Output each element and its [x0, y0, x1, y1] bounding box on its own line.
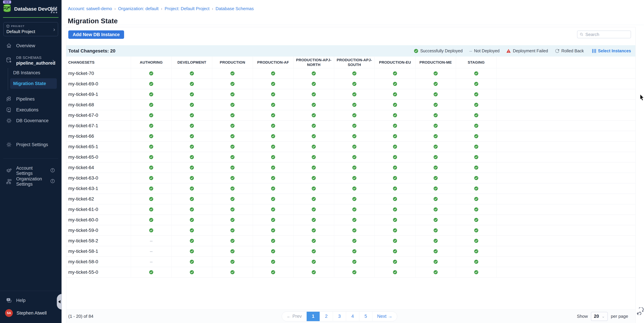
deployed-check-icon	[352, 197, 356, 201]
status-cell	[253, 257, 293, 267]
sidebar-collapse-handle[interactable]	[57, 294, 62, 309]
breadcrumb-database-schemas[interactable]: Database Schemas	[216, 6, 254, 11]
user-menu[interactable]: SA Stephen Atwell	[0, 307, 62, 319]
legend-deployment-failed: Deployment Failed	[506, 49, 548, 53]
sidebar-item-label: Organization Settings	[16, 176, 46, 187]
deployed-check-icon	[393, 207, 397, 212]
status-cell	[253, 68, 293, 79]
sidebar-item-organization-settings[interactable]: Organization Settings	[0, 176, 62, 187]
deployed-check-icon	[312, 103, 316, 107]
deployed-check-icon	[271, 165, 275, 170]
status-cell	[334, 163, 374, 173]
deployed-check-icon	[393, 155, 397, 159]
status-cell	[456, 163, 496, 173]
breadcrumb-account[interactable]: Account: satwell-demo	[68, 6, 112, 11]
add-db-instance-button[interactable]: Add New DB Instance	[68, 30, 124, 39]
status-cell	[253, 100, 293, 110]
changeset-name: my-ticket-67-1	[66, 121, 131, 131]
deployed-check-icon	[474, 103, 478, 107]
deployed-check-icon	[190, 176, 194, 180]
sidebar-item-db-instances[interactable]: DB Instances	[8, 68, 62, 78]
deployed-check-icon	[312, 176, 316, 180]
deployed-check-icon	[190, 259, 194, 264]
deployed-check-icon	[474, 186, 478, 191]
status-cell	[212, 110, 253, 120]
breadcrumb-project[interactable]: Project: Default Project	[165, 6, 210, 11]
deployed-check-icon	[271, 249, 275, 253]
sidebar-item-db-schemas[interactable]: DB SCHEMAS pipeline_authored ›	[0, 53, 62, 68]
deployed-check-icon	[271, 92, 275, 97]
support-chat-icon[interactable]	[636, 307, 644, 315]
sidebar: NEW Database DevOps PROJECT Default Proj…	[0, 0, 62, 323]
table-row: my-ticket-65-0	[66, 152, 636, 163]
prev-page-button[interactable]: ← Prev	[282, 312, 306, 321]
chevron-right-icon: ›	[53, 26, 55, 33]
sidebar-item-db-governance[interactable]: DB Governance	[0, 115, 62, 126]
next-page-button[interactable]: Next →	[372, 312, 397, 321]
status-cell	[212, 267, 253, 277]
deployed-check-icon	[312, 134, 316, 138]
status-cell	[172, 68, 212, 79]
page-button-2[interactable]: 2	[320, 312, 333, 321]
info-icon[interactable]	[50, 179, 55, 184]
status-cell	[172, 110, 212, 120]
status-cell	[131, 173, 172, 183]
status-cell	[334, 236, 374, 246]
select-instances-button[interactable]: Select Instances	[592, 49, 631, 53]
status-cell	[374, 194, 415, 204]
breadcrumb-separator: ›	[212, 7, 213, 11]
changeset-name: my-ticket-65-1	[66, 142, 131, 152]
column-header-changesets: CHANGESETS	[66, 57, 131, 68]
status-cell	[212, 121, 253, 131]
project-selector[interactable]: PROJECT Default Project ›	[3, 22, 58, 36]
status-cell	[212, 246, 253, 256]
info-icon[interactable]	[50, 168, 55, 174]
breadcrumb-organization[interactable]: Organization: default	[118, 6, 159, 11]
sidebar-item-overview[interactable]: Overview	[0, 40, 62, 51]
deployed-check-icon	[434, 92, 438, 97]
status-cell	[212, 183, 253, 194]
sidebar-item-label: Pipelines	[16, 97, 35, 102]
page-button-1[interactable]: 1	[306, 312, 320, 321]
status-cell	[172, 100, 212, 110]
status-cell	[131, 215, 172, 225]
changeset-name: my-ticket-66	[66, 131, 131, 141]
sidebar-item-executions[interactable]: Executions	[0, 105, 62, 115]
sidebar-item-project-settings[interactable]: Project Settings	[0, 139, 62, 150]
deployed-check-icon	[190, 124, 194, 128]
table-row: my-ticket-67-0	[66, 110, 636, 121]
deployed-check-icon	[312, 259, 316, 264]
deployed-check-icon	[190, 218, 194, 222]
deployed-check-icon	[190, 239, 194, 243]
page-button-4[interactable]: 4	[346, 312, 359, 321]
page-button-5[interactable]: 5	[359, 312, 372, 321]
status-cell	[456, 215, 496, 225]
status-cell	[456, 194, 496, 204]
status-cell	[293, 173, 334, 183]
deployed-check-icon	[190, 113, 194, 117]
status-cell	[374, 152, 415, 162]
status-cell	[456, 267, 496, 277]
deployed-check-icon	[190, 144, 194, 149]
breadcrumb-separator: ›	[161, 7, 162, 11]
status-cell	[293, 204, 334, 214]
status-cell	[374, 225, 415, 235]
page-button-3[interactable]: 3	[333, 312, 346, 321]
apps-grid-icon[interactable]	[51, 7, 58, 14]
search-box[interactable]	[577, 31, 631, 38]
sidebar-item-help[interactable]: ? Help	[0, 296, 62, 305]
sidebar-item-pipelines[interactable]: Pipelines	[0, 94, 62, 105]
status-cell	[293, 183, 334, 194]
pager: ← Prev 12345 Next →	[282, 311, 397, 321]
sidebar-item-migration-state[interactable]: Migration State	[10, 78, 57, 89]
db-schemas-label: DB SCHEMAS	[16, 56, 56, 60]
deployed-check-icon	[230, 71, 235, 76]
status-cell	[212, 163, 253, 173]
page-size-select[interactable]: 20 ⌄	[591, 312, 608, 321]
results-range: (1 - 20) of 84	[68, 314, 94, 319]
deployed-check-icon	[393, 134, 397, 138]
sidebar-item-account-settings[interactable]: Account Settings	[0, 165, 62, 176]
search-input[interactable]	[585, 32, 628, 37]
governance-icon	[6, 118, 12, 123]
deployed-check-icon	[230, 207, 235, 212]
